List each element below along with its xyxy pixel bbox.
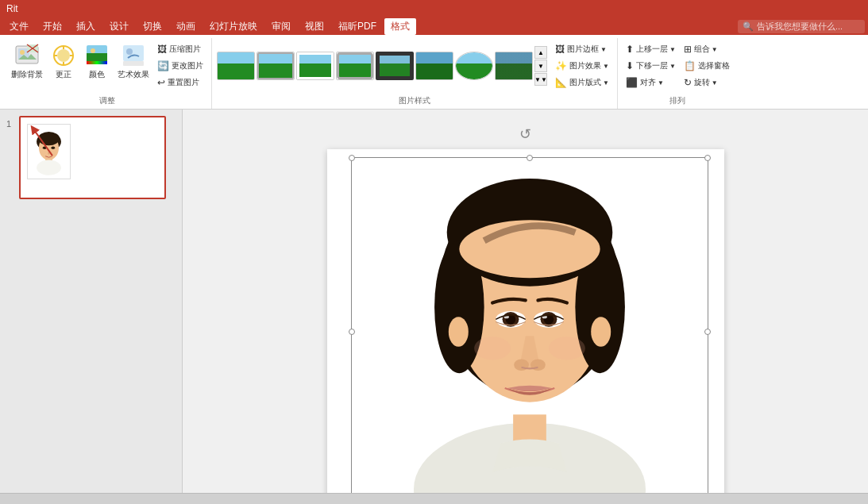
pic-style-3[interactable] xyxy=(296,52,334,80)
art-effect-button[interactable]: 艺术效果 xyxy=(114,41,152,82)
svg-rect-9 xyxy=(87,53,107,61)
title-text: Rit xyxy=(6,3,18,14)
group-label: 组合 xyxy=(694,44,710,55)
slide-thumbnail[interactable] xyxy=(19,116,166,199)
picture-styles-label: 图片样式 xyxy=(217,94,612,109)
move-up-icon: ⬆ xyxy=(626,44,634,55)
align-label: 对齐 xyxy=(640,77,656,88)
menu-view[interactable]: 视图 xyxy=(299,18,330,35)
handle-tr[interactable] xyxy=(704,155,711,161)
face-photo xyxy=(352,158,708,493)
art-effect-label: 艺术效果 xyxy=(118,69,149,80)
handle-mr[interactable] xyxy=(704,329,711,335)
svg-point-21 xyxy=(37,160,61,175)
menu-search[interactable]: 🔍 告诉我您想要做什么... xyxy=(738,20,865,33)
svg-rect-13 xyxy=(123,45,144,61)
change-image-icon: 🔄 xyxy=(157,60,169,71)
pic-style-7[interactable] xyxy=(455,52,493,80)
selection-pane-label: 选择窗格 xyxy=(698,60,730,71)
reset-image-button[interactable]: ↩ 重置图片 xyxy=(154,75,206,90)
styles-scroll[interactable]: ▲ ▼ ▼▼ xyxy=(534,46,547,86)
svg-point-10 xyxy=(91,48,95,53)
menu-transition[interactable]: 切换 xyxy=(137,18,168,35)
reset-image-label: 重置图片 xyxy=(168,77,199,88)
svg-rect-12 xyxy=(87,61,107,64)
menu-file[interactable]: 文件 xyxy=(3,18,35,35)
reset-image-icon: ↩ xyxy=(157,77,165,88)
pic-style-8[interactable] xyxy=(495,52,533,80)
picture-styles-items: ▲ ▼ ▼▼ 🖼 图片边框 ▼ ✨ 图片效果 ▼ xyxy=(217,38,612,94)
arrange-col2: ⊞ 组合 ▼ 📋 选择窗格 ↻ 旋转 ▼ xyxy=(681,41,733,90)
ribbon-group-adjust: 删除背景 更正 xyxy=(3,38,212,109)
adjust-small-buttons: 🖼 压缩图片 🔄 更改图片 ↩ 重置图片 xyxy=(154,41,206,90)
title-bar: Rit xyxy=(0,0,868,17)
styles-scroll-down[interactable]: ▼ xyxy=(534,60,547,72)
corrections-button[interactable]: 更正 xyxy=(48,41,79,82)
canvas-area: ↺ xyxy=(183,110,868,493)
group-button[interactable]: ⊞ 组合 ▼ xyxy=(681,41,733,57)
ribbon-group-arrange: ⬆ 上移一层 ▼ ⬇ 下移一层 ▼ ⬛ 对齐 ▼ xyxy=(618,38,738,109)
status-bar xyxy=(0,493,868,504)
pic-style-4[interactable] xyxy=(336,52,374,80)
align-button[interactable]: ⬛ 对齐 ▼ xyxy=(623,75,679,90)
adjust-items: 删除背景 更正 xyxy=(8,38,206,94)
handle-ml[interactable] xyxy=(349,329,355,335)
picture-effect-icon: ✨ xyxy=(555,60,567,71)
menu-design[interactable]: 设计 xyxy=(103,18,135,35)
svg-point-45 xyxy=(591,317,611,347)
svg-point-2 xyxy=(20,50,25,55)
move-up-button[interactable]: ⬆ 上移一层 ▼ xyxy=(623,41,679,57)
picture-layout-button[interactable]: 📐 图片版式 ▼ xyxy=(552,75,612,90)
picture-border-button[interactable]: 🖼 图片边框 ▼ xyxy=(552,41,612,57)
ribbon-content: 删除背景 更正 xyxy=(0,35,868,109)
change-image-button[interactable]: 🔄 更改图片 xyxy=(154,58,206,74)
remove-background-label: 删除背景 xyxy=(11,69,43,80)
picture-effect-label: 图片效果 xyxy=(569,60,601,71)
slide-panel: 1 xyxy=(0,110,183,493)
rotate-label: 旋转 xyxy=(694,77,710,88)
picture-border-label: 图片边框 xyxy=(567,44,599,55)
pic-style-5[interactable] xyxy=(376,52,414,80)
picture-effect-button[interactable]: ✨ 图片效果 ▼ xyxy=(552,58,612,74)
svg-point-14 xyxy=(126,48,133,55)
pic-style-1[interactable] xyxy=(217,52,255,80)
slide-canvas xyxy=(327,149,724,493)
menu-animation[interactable]: 动画 xyxy=(170,18,202,35)
corrections-icon xyxy=(51,43,76,68)
remove-background-button[interactable]: 删除背景 xyxy=(8,41,46,82)
compress-label: 压缩图片 xyxy=(169,44,201,55)
move-down-label: 下移一层 xyxy=(636,60,668,71)
align-icon: ⬛ xyxy=(626,77,638,88)
svg-point-44 xyxy=(448,317,468,347)
picture-border-icon: 🖼 xyxy=(555,44,565,55)
menu-insert[interactable]: 插入 xyxy=(70,18,102,35)
styles-expand[interactable]: ▼▼ xyxy=(534,73,547,86)
menu-bar: 文件 开始 插入 设计 切换 动画 幻灯片放映 审阅 视图 福昕PDF 格式 🔍… xyxy=(0,17,868,35)
move-down-icon: ⬇ xyxy=(626,60,634,71)
menu-review[interactable]: 审阅 xyxy=(265,18,297,35)
menu-pdf[interactable]: 福昕PDF xyxy=(332,18,383,35)
color-button[interactable]: 颜色 xyxy=(81,41,113,82)
menu-format[interactable]: 格式 xyxy=(384,18,416,35)
rotate-icon: ↻ xyxy=(684,77,692,88)
move-down-button[interactable]: ⬇ 下移一层 ▼ xyxy=(623,58,679,74)
rotate-button[interactable]: ↻ 旋转 ▼ xyxy=(681,75,733,90)
pic-style-6[interactable] xyxy=(415,52,453,80)
handle-tm[interactable] xyxy=(527,155,533,161)
compress-image-button[interactable]: 🖼 压缩图片 xyxy=(154,41,206,57)
picture-layout-icon: 📐 xyxy=(555,77,567,88)
picture-style-options: 🖼 图片边框 ▼ ✨ 图片效果 ▼ 📐 图片版式 ▼ xyxy=(552,41,612,90)
slide-thumb-container: 1 xyxy=(6,116,176,199)
pic-style-2[interactable] xyxy=(257,52,295,80)
color-icon xyxy=(84,43,110,68)
slide-number: 1 xyxy=(6,116,16,129)
styles-scroll-up[interactable]: ▲ xyxy=(534,46,547,59)
art-effect-icon xyxy=(121,43,146,68)
handle-tl[interactable] xyxy=(349,155,355,161)
menu-home[interactable]: 开始 xyxy=(37,18,68,35)
rotation-handle[interactable]: ↺ xyxy=(519,125,531,143)
image-selection-box[interactable] xyxy=(351,157,708,493)
menu-slideshow[interactable]: 幻灯片放映 xyxy=(203,18,264,35)
selection-pane-button[interactable]: 📋 选择窗格 xyxy=(681,58,733,74)
corrections-label: 更正 xyxy=(56,69,71,80)
